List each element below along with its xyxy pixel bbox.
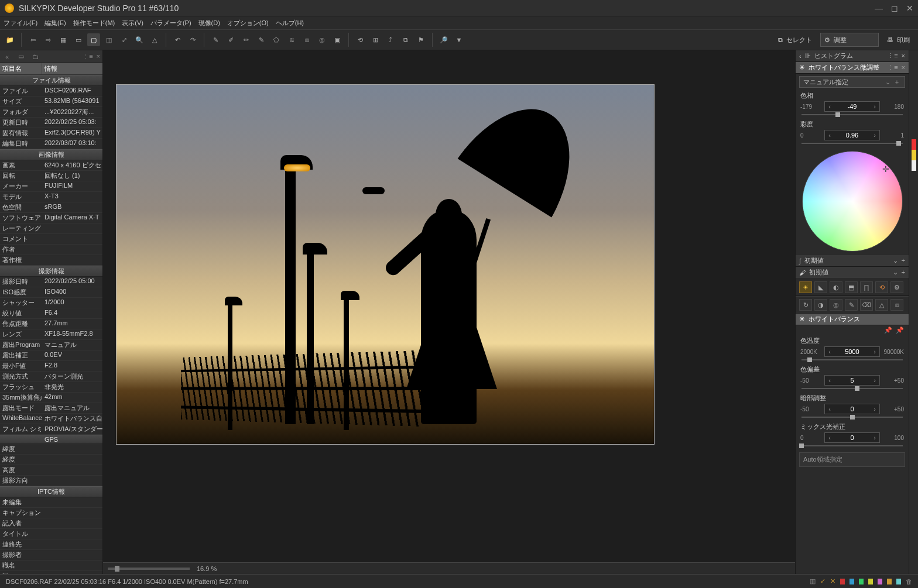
marker-orange-icon[interactable] [887, 579, 892, 584]
warning-icon[interactable]: △ [148, 33, 161, 46]
ct-slider[interactable] [801, 359, 903, 360]
brush-tool-icon[interactable]: ✎ [845, 299, 858, 311]
close-button[interactable]: ✕ [906, 4, 913, 13]
tool-wb-picker-icon[interactable]: ✎ [209, 33, 222, 46]
eraser-tool-icon[interactable]: ⌫ [860, 299, 873, 311]
menu-help[interactable]: ヘルプ(H) [276, 19, 304, 27]
marker-yellow-icon[interactable] [868, 579, 873, 584]
add-preset-icon[interactable]: + [893, 78, 901, 85]
maximize-button[interactable]: ◻ [891, 4, 898, 13]
status-check-icon[interactable]: ✓ [820, 577, 825, 585]
tool-level-icon[interactable]: ⊞ [369, 33, 382, 46]
prev-icon[interactable]: ⇦ [26, 33, 39, 46]
exposure-tool-icon[interactable]: ◐ [830, 281, 842, 293]
wbfine-mode-select[interactable]: マニュアル指定 ⌄ + [799, 76, 905, 88]
cd-value-input[interactable]: ‹5› [824, 375, 880, 386]
sat-slider[interactable] [801, 143, 903, 144]
tab-folder-icon[interactable]: 🗀 [30, 52, 40, 61]
tool-shape-icon[interactable]: ⬠ [270, 33, 283, 46]
tool-crop-icon[interactable]: ⧈ [300, 33, 313, 46]
open-folder-icon[interactable]: 📁 [4, 33, 16, 46]
trash-icon[interactable]: 🗑 [906, 578, 912, 585]
panel-menu-icon[interactable]: ⋮≡ [83, 53, 93, 60]
tool-flag-icon[interactable]: ⚑ [415, 33, 427, 46]
tool-exposure-icon[interactable]: ✐ [224, 33, 237, 46]
text-tool-icon[interactable]: ∏ [860, 281, 873, 293]
thumbnail-view-icon[interactable]: ▦ [57, 33, 70, 46]
split-view-icon[interactable]: ◫ [102, 33, 115, 46]
ct-value-input[interactable]: ‹5000› [824, 346, 880, 357]
marker-pink-icon[interactable] [878, 579, 882, 584]
tool-compare-icon[interactable]: ⧉ [399, 33, 412, 46]
tool-rotate-icon[interactable]: ⟲ [354, 33, 366, 46]
reset-tool-icon[interactable]: ⟲ [875, 281, 888, 293]
wb-tool-icon[interactable]: ☀ [799, 281, 812, 293]
preview-view-icon[interactable]: ▢ [87, 33, 100, 46]
crop-tool-icon[interactable]: ⧈ [890, 299, 903, 311]
sharpen-tool-icon[interactable]: △ [875, 299, 888, 311]
tool-filter-icon[interactable]: ▼ [453, 33, 465, 46]
hue-value-input[interactable]: ‹-49› [824, 101, 880, 112]
tool-mask-icon[interactable]: ▣ [331, 33, 344, 46]
mode-select[interactable]: ⧉ セレクト [773, 36, 817, 44]
dark-slider[interactable] [801, 417, 903, 418]
mix-value-input[interactable]: ‹0› [824, 432, 880, 443]
tool-clone-icon[interactable]: ◎ [316, 33, 328, 46]
auto-region-box[interactable]: Auto領域指定 [799, 452, 905, 467]
zoom-slider[interactable] [108, 568, 190, 570]
settings-tool-icon[interactable]: ⚙ [890, 281, 903, 293]
menu-develop[interactable]: 現像(D) [198, 19, 220, 27]
menu-file[interactable]: ファイル(F) [4, 19, 37, 27]
tab-collapse-icon[interactable]: « [2, 52, 12, 61]
tool-search-icon[interactable]: 🔎 [437, 33, 450, 46]
dark-value-input[interactable]: ‹0› [824, 404, 880, 414]
tool-black-icon[interactable]: ✏ [239, 33, 252, 46]
marker-cyan-icon[interactable] [896, 579, 901, 584]
marker-red-icon[interactable] [840, 579, 845, 584]
mask-tool-icon[interactable]: ◑ [814, 299, 827, 311]
status-page-icon[interactable]: ▥ [810, 577, 816, 585]
tool-layers-icon[interactable]: ≋ [285, 33, 298, 46]
undo-icon[interactable]: ↶ [171, 33, 184, 46]
rotate-tool-icon[interactable]: ↻ [799, 299, 812, 311]
chevron-down-icon[interactable]: ⌄ [893, 269, 898, 276]
tab-info-icon[interactable]: ▭ [16, 52, 26, 61]
tone-tool-icon[interactable]: ◣ [814, 281, 827, 293]
lens-tool-icon[interactable]: ◎ [830, 299, 842, 311]
panel-close-icon[interactable]: × [902, 64, 905, 71]
color-header[interactable]: 🖌 初期値 ⌄+ [796, 267, 909, 278]
highlight-tool-icon[interactable]: ⬒ [845, 281, 858, 293]
next-icon[interactable]: ⇨ [42, 33, 54, 46]
panel-close-icon[interactable]: × [902, 52, 905, 60]
loupe-icon[interactable]: 🔍 [133, 33, 146, 46]
fullscreen-icon[interactable]: ⤢ [118, 33, 131, 46]
wbfine-header[interactable]: ☀ ホワイトバランス微調整 ⋮≡× [796, 62, 909, 74]
menu-mode[interactable]: 操作モード(M) [73, 19, 115, 27]
mix-slider[interactable] [801, 445, 903, 446]
wb-pin1-icon[interactable]: 📌 [884, 326, 892, 334]
tool-export-icon[interactable]: ⤴ [384, 33, 397, 46]
panel-menu-icon[interactable]: ⋮≡ [888, 64, 898, 71]
panel-menu-icon[interactable]: ⋮≡ [888, 52, 898, 60]
histogram-header[interactable]: ‹ ⊪ ヒストグラム ⋮≡× [796, 50, 909, 62]
menu-param[interactable]: パラメータ(P) [150, 19, 191, 27]
status-close-icon[interactable]: ✕ [830, 577, 835, 585]
tone-header[interactable]: ∫ 初期値 ⌄+ [796, 255, 909, 267]
menu-edit[interactable]: 編集(E) [44, 19, 66, 27]
mode-adjust-dropdown[interactable]: ⚙ 調整 [820, 33, 879, 47]
sat-value-input[interactable]: ‹0.96› [824, 130, 880, 140]
marker-blue-icon[interactable] [850, 579, 854, 584]
wb-header[interactable]: ☀ ホワイトバランス [796, 314, 909, 325]
wb-pin2-icon[interactable]: 📌 [896, 326, 904, 334]
redo-icon[interactable]: ↷ [186, 33, 199, 46]
add-icon[interactable]: + [902, 257, 905, 264]
add-icon[interactable]: + [902, 269, 905, 276]
panel-close-icon[interactable]: × [97, 53, 100, 60]
canvas[interactable] [103, 50, 795, 562]
chevron-down-icon[interactable]: ⌄ [893, 257, 898, 264]
minimize-button[interactable]: — [875, 4, 883, 13]
mode-print[interactable]: 🖶 印刷 [882, 36, 914, 44]
menu-view[interactable]: 表示(V) [122, 19, 143, 27]
combined-view-icon[interactable]: ▭ [72, 33, 85, 46]
marker-green-icon[interactable] [859, 579, 864, 584]
